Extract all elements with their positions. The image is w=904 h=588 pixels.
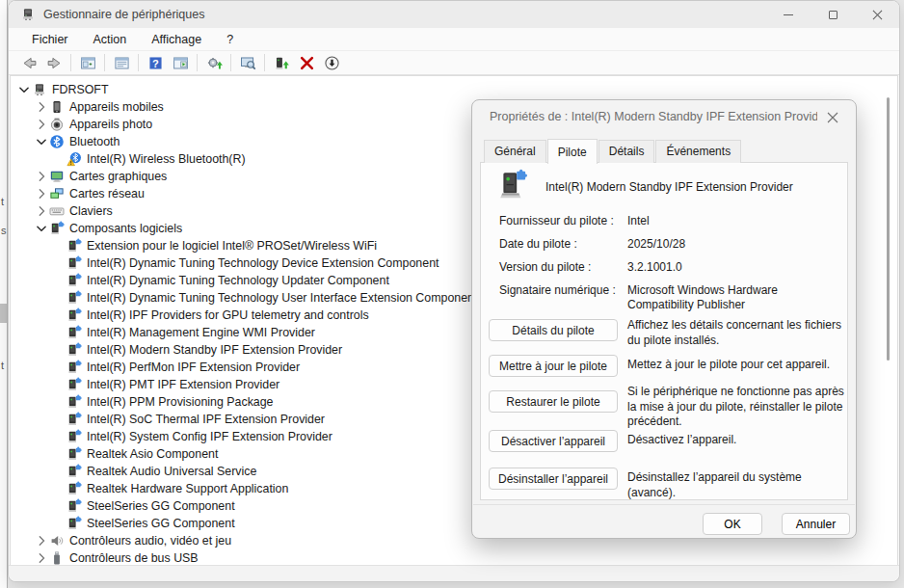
tree-scrollbar-thumb[interactable] <box>887 97 890 361</box>
help-button[interactable]: ? <box>143 52 168 73</box>
chevron-right-icon[interactable] <box>34 99 49 115</box>
software-component-icon <box>66 307 82 323</box>
cancel-button[interactable]: Annuler <box>782 513 850 535</box>
update-driver-button[interactable] <box>201 52 226 73</box>
field-label: Signataire numérique : <box>499 283 629 297</box>
menu-fichier[interactable]: Fichier <box>22 30 78 49</box>
tree-item-label: Intel(R) Dynamic Tuning Technology User … <box>87 291 477 305</box>
update-device-icon <box>274 55 290 71</box>
chevron-down-icon[interactable] <box>34 134 49 149</box>
background-scrollbar-thumb <box>0 304 7 323</box>
forward-button[interactable] <box>41 52 66 73</box>
uninstall-device-button[interactable]: Désinstaller l’appareil <box>489 468 618 490</box>
scan-hardware-changes-icon <box>240 55 256 71</box>
menu-help[interactable]: ? <box>217 30 243 49</box>
tree-item[interactable]: FDRSOFT <box>11 81 897 98</box>
chevron-right-icon[interactable] <box>34 550 49 566</box>
tree-item-label: Cartes graphiques <box>69 170 167 183</box>
show-console-tree-button[interactable] <box>75 52 100 73</box>
maximize-button[interactable] <box>811 1 855 28</box>
field-value: 3.2.1001.0 <box>627 260 847 275</box>
tab-pilote[interactable]: Pilote <box>547 139 598 164</box>
tab-details[interactable]: Détails <box>598 140 655 163</box>
dialog-close-button[interactable] <box>823 108 842 127</box>
properties-icon <box>114 55 130 71</box>
tab-evenements[interactable]: Événements <box>655 140 741 163</box>
scan-hardware-changes-button[interactable] <box>235 52 260 73</box>
disable-device-button[interactable] <box>319 52 344 73</box>
tab-general[interactable]: Général <box>484 140 546 163</box>
ok-button[interactable]: OK <box>703 513 762 535</box>
bluetooth-warning-icon <box>66 151 82 167</box>
dialog-tabs: Général Pilote Détails Événements <box>484 139 742 163</box>
close-button[interactable] <box>855 1 899 28</box>
device-name: Intel(R) Modern Standby IPF Extension Pr… <box>545 180 793 194</box>
bluetooth-icon <box>49 134 65 149</box>
tree-item-label: Intel(R) System Config IPF Extension Pro… <box>87 430 332 443</box>
maximize-icon <box>829 11 838 19</box>
device-manager-app-icon <box>20 7 36 22</box>
tree-item-label: Realtek Asio Component <box>87 447 218 461</box>
keyboard-icon <box>49 203 65 219</box>
toolbar: ? <box>9 51 899 75</box>
chevron-down-icon[interactable] <box>34 221 49 236</box>
software-component-icon <box>66 360 82 375</box>
update-driver-button[interactable]: Mettre à jour le pilote <box>489 355 618 377</box>
software-component-icon <box>49 221 65 236</box>
roll-back-driver-button[interactable]: Restaurer le pilote <box>489 390 618 413</box>
back-icon <box>21 55 38 71</box>
mobile-device-icon <box>49 99 65 115</box>
tree-item-label: Appareils photo <box>69 118 152 131</box>
background-window-sliver: t s t <box>0 0 8 588</box>
chevron-down-icon[interactable] <box>16 82 32 97</box>
uninstall-device-button[interactable] <box>294 52 319 73</box>
field-label: Fournisseur du pilote : <box>499 214 629 227</box>
software-component-icon <box>66 377 82 392</box>
tree-item-label: Composants logiciels <box>69 222 182 235</box>
software-component-icon <box>66 498 82 514</box>
back-button[interactable] <box>16 52 41 73</box>
chevron-right-icon[interactable] <box>34 169 49 184</box>
software-component-icon <box>66 325 82 340</box>
tree-item-label: Intel(R) Modern Standby IPF Extension Pr… <box>87 343 342 357</box>
tree-item-label: Realtek Hardware Support Application <box>87 482 288 495</box>
software-component-icon <box>66 481 82 496</box>
software-component-icon <box>66 255 82 271</box>
tree-item[interactable]: Contrôleurs de bus USB <box>11 549 897 566</box>
minimize-button[interactable] <box>766 1 811 28</box>
tree-item-label: Intel(R) Management Engine WMI Provider <box>87 326 315 339</box>
tree-item-label: Intel(R) Wireless Bluetooth(R) <box>87 152 246 166</box>
action-pane-button[interactable] <box>168 52 193 73</box>
action-description: Désactivez l’appareil. <box>627 433 849 448</box>
driver-details-button[interactable]: Détails du pilote <box>489 319 618 341</box>
menu-affichage[interactable]: Affichage <box>142 30 211 49</box>
chevron-right-icon[interactable] <box>34 186 49 201</box>
menu-action[interactable]: Action <box>84 30 137 49</box>
chevron-right-icon[interactable] <box>34 117 49 132</box>
chevron-right-icon[interactable] <box>34 533 49 548</box>
properties-button[interactable] <box>109 52 134 73</box>
software-component-icon <box>66 464 82 479</box>
action-description: Mettez à jour le pilote pour cet apparei… <box>627 358 849 373</box>
tree-item-label: SteelSeries GG Component <box>87 517 235 530</box>
tree-item-label: Contrôleurs de bus USB <box>69 551 199 565</box>
network-adapter-icon <box>49 186 65 201</box>
field-label: Date du pilote : <box>499 237 629 251</box>
tree-item-label: Realtek Audio Universal Service <box>87 465 256 478</box>
tree-item-label: Bluetooth <box>69 135 120 148</box>
tree-item-label: Intel(R) PMT IPF Extension Provider <box>87 378 279 391</box>
title-bar[interactable]: Gestionnaire de périphériques <box>9 1 899 28</box>
field-value: Microsoft Windows Hardware Compatibility… <box>627 283 847 312</box>
field-value: Intel <box>627 214 847 228</box>
update-device-button[interactable] <box>269 52 294 73</box>
tree-item-label: Intel(R) SoC Thermal IPF Extension Provi… <box>87 413 325 426</box>
tree-item-label: Intel(R) PerfMon IPF Extension Provider <box>87 361 300 374</box>
forward-icon <box>46 55 63 71</box>
disable-device-button[interactable]: Désactiver l’appareil <box>489 430 618 452</box>
tree-item-label: Extension pour le logiciel Intel® PROSet… <box>87 239 377 253</box>
action-description: Affichez les détails concernant les fich… <box>627 318 849 348</box>
window-bottom-edge <box>9 565 899 581</box>
screen: t s t Gestionnaire de périphériques Fich… <box>0 0 904 588</box>
chevron-right-icon[interactable] <box>34 203 49 219</box>
tree-item-label: Intel(R) Dynamic Tuning Technology Updat… <box>87 274 389 287</box>
